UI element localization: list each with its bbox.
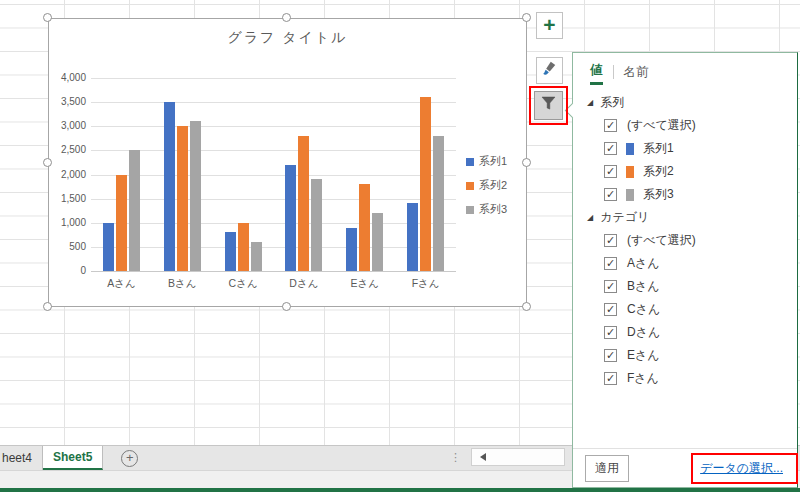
excel-window: グラフ タイトル 4,0003,5003,0002,5002,0001,5001… [0,0,800,492]
legend-item: 系列1 [466,154,507,169]
bar-系列3-Dさん[interactable] [311,179,322,271]
bar-系列2-Aさん[interactable] [116,175,127,272]
checkbox[interactable]: ✓ [604,326,617,339]
checkbox[interactable]: ✓ [604,257,617,270]
bar-系列3-Eさん[interactable] [372,213,383,271]
bar-系列1-Dさん[interactable] [285,165,296,271]
filter-section-header[interactable]: ◢カテゴリ [573,206,797,229]
filter-item-label: Aさん [627,255,660,272]
legend-swatch-icon [466,206,474,214]
filter-item: ✓Dさん [573,321,797,344]
bar-系列1-Eさん[interactable] [346,228,357,271]
resize-handle[interactable] [282,302,291,311]
filter-item-label: Fさん [627,370,659,387]
tab-values[interactable]: 値 [590,62,603,85]
y-axis-tick: 2,500 [49,144,86,155]
y-axis-tick: 1,000 [49,217,86,228]
bar-系列2-Eさん[interactable] [359,184,370,271]
y-axis-tick: 3,000 [49,120,86,131]
resize-handle[interactable] [522,158,531,167]
x-axis-label: Aさん [91,277,152,291]
checkbox[interactable]: ✓ [604,372,617,385]
checkbox[interactable]: ✓ [604,280,617,293]
sheet-tab-sheet5[interactable]: Sheet5 [43,446,103,470]
checkbox[interactable]: ✓ [604,165,617,178]
filter-item: ✓Cさん [573,298,797,321]
bar-系列2-Bさん[interactable] [177,126,188,271]
resize-handle[interactable] [43,302,52,311]
bar-系列3-Aさん[interactable] [129,150,140,271]
collapse-triangle-icon: ◢ [587,214,593,222]
y-axis-tick: 2,000 [49,169,86,180]
filter-item: ✓(すべて選択) [573,229,797,252]
legend-item: 系列3 [466,202,507,217]
bar-系列1-Fさん[interactable] [407,203,418,271]
chart-gridline [91,126,456,127]
legend-item: 系列2 [466,178,507,193]
horizontal-scrollbar: ⋮ [450,447,572,467]
x-axis-label: Bさん [152,277,213,291]
resize-handle[interactable] [43,13,52,22]
checkbox[interactable]: ✓ [604,234,617,247]
filter-section-header[interactable]: ◢系列 [573,91,797,114]
legend-label: 系列1 [479,154,507,169]
resize-handle[interactable] [522,302,531,311]
bar-系列2-Dさん[interactable] [298,136,309,271]
window-bottom-strip [0,488,800,492]
checkbox[interactable]: ✓ [604,349,617,362]
apply-button[interactable]: 適用 [585,455,629,482]
filter-item-label: 系列3 [643,186,674,203]
tab-names[interactable]: 名前 [624,64,649,84]
bar-系列1-Aさん[interactable] [103,223,114,271]
chart-gridline [91,199,456,200]
panel-tabs: 値 名前 [573,53,797,89]
legend-label: 系列2 [479,178,507,193]
plus-circle-icon: + [126,451,134,464]
y-axis-tick: 4,000 [49,72,86,83]
chart-gridline [91,247,456,248]
checkbox[interactable]: ✓ [604,119,617,132]
filter-item-label: 系列2 [643,163,674,180]
tab-separator [613,65,614,79]
filter-item-label: Eさん [627,347,660,364]
filter-item-label: (すべて選択) [627,232,696,249]
filter-item: ✓系列1 [573,137,797,160]
resize-handle[interactable] [522,13,531,22]
filter-item-label: Bさん [627,278,660,295]
splitter-dots-icon[interactable]: ⋮ [450,451,461,464]
resize-handle[interactable] [43,158,52,167]
scrollbar-thumb[interactable] [471,448,565,466]
bar-系列3-Fさん[interactable] [433,136,444,271]
bar-系列2-Fさん[interactable] [420,97,431,271]
sheet-tab-sheet4[interactable]: heet4 [0,446,43,470]
checkbox[interactable]: ✓ [604,142,617,155]
checkbox[interactable]: ✓ [604,188,617,201]
filter-item: ✓系列2 [573,160,797,183]
bar-系列1-Bさん[interactable] [164,102,175,271]
checkbox[interactable]: ✓ [604,303,617,316]
bar-系列3-Bさん[interactable] [190,121,201,271]
x-axis-label: Eさん [334,277,395,291]
select-data-link[interactable]: データの選択... [700,460,783,477]
filter-item: ✓Bさん [573,275,797,298]
chart-styles-button[interactable] [536,57,563,84]
chart-object[interactable]: グラフ タイトル 4,0003,5003,0002,5002,0001,5001… [48,18,527,307]
filter-item-label: Cさん [627,301,660,318]
bar-系列2-Cさん[interactable] [238,223,249,271]
legend-swatch-icon [466,158,474,166]
plus-icon: + [543,14,555,35]
bar-系列3-Cさん[interactable] [251,242,262,271]
resize-handle[interactable] [282,13,291,22]
collapse-triangle-icon: ◢ [587,99,593,107]
chart-filters-panel: 値 名前 ◢系列✓(すべて選択)✓系列1✓系列2✓系列3◢カテゴリ✓(すべて選択… [572,52,798,488]
bar-系列1-Cさん[interactable] [225,232,236,271]
chart-elements-button[interactable]: + [536,12,563,39]
scroll-left-icon[interactable] [480,453,486,461]
chart-title: グラフ タイトル [49,29,526,47]
chart-gridline [91,175,456,176]
y-axis-tick: 0 [49,265,86,276]
legend-swatch-icon [466,182,474,190]
chart-filters-button[interactable] [534,91,563,120]
add-sheet-button[interactable]: + [121,450,138,467]
chart-gridline [91,271,456,272]
